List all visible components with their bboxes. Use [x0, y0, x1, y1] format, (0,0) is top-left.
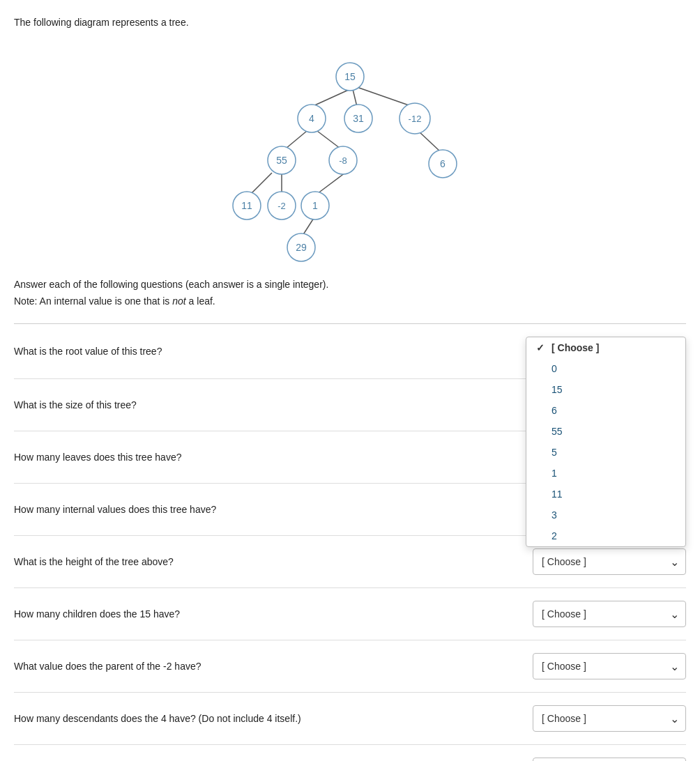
dropdown-option-q1-9[interactable]: 2 — [526, 525, 685, 546]
question-label-q3: How many leaves does this tree have? — [14, 452, 533, 463]
dropdown-wrapper-q6[interactable]: [ Choose ]015655511132⌄ — [533, 601, 686, 627]
svg-line-9 — [303, 218, 314, 236]
question-row-q9: How many ancestors does the -8 have? (Do… — [14, 745, 686, 761]
question-label-q6: How many children does the 15 have? — [14, 608, 533, 620]
dropdown-select-q8[interactable]: [ Choose ]015655511132 — [533, 705, 686, 732]
tree-svg: 15 4 31 -12 55 -8 6 11 -2 1 29 — [204, 42, 496, 265]
option-value-1: 0 — [551, 363, 557, 374]
question-row-q8: How many descendants does the 4 have? (D… — [14, 693, 686, 745]
dropdown-option-q1-6[interactable]: 1 — [526, 463, 685, 484]
dropdown-option-q1-1[interactable]: 0 — [526, 358, 685, 379]
dropdown-select-q9[interactable]: [ Choose ]015655511132 — [533, 758, 686, 761]
dropdown-wrapper-q8[interactable]: [ Choose ]015655511132⌄ — [533, 705, 686, 732]
svg-text:29: 29 — [296, 242, 307, 253]
dropdown-select-q5[interactable]: [ Choose ]015655511132 — [533, 548, 686, 575]
svg-line-3 — [286, 131, 307, 148]
question-row-q7: What value does the parent of the -2 hav… — [14, 640, 686, 693]
dropdown-option-q1-3[interactable]: 6 — [526, 400, 685, 421]
tree-diagram: 15 4 31 -12 55 -8 6 11 -2 1 29 — [204, 42, 496, 265]
dropdown-wrapper-q9[interactable]: [ Choose ]015655511132⌄ — [533, 758, 686, 761]
svg-text:11: 11 — [241, 200, 252, 211]
option-value-6: 1 — [551, 468, 557, 479]
dropdown-open-q1[interactable]: ✓[ Choose ]015655511132 — [526, 337, 686, 547]
dropdown-option-q1-4[interactable]: 55 — [526, 421, 685, 442]
dropdown-select-q7[interactable]: [ Choose ]015655511132 — [533, 653, 686, 679]
svg-text:15: 15 — [344, 71, 356, 82]
svg-text:4: 4 — [309, 113, 314, 124]
question-label-q2: What is the size of this tree? — [14, 399, 533, 410]
svg-text:31: 31 — [353, 113, 364, 124]
svg-text:-2: -2 — [277, 201, 286, 211]
dropdown-wrapper-q7[interactable]: [ Choose ]015655511132⌄ — [533, 653, 686, 679]
dropdown-option-q1-7[interactable]: 11 — [526, 484, 685, 505]
question-label-q4: How many internal values does this tree … — [14, 504, 533, 515]
checkmark-icon: ✓ — [536, 342, 546, 353]
option-value-4: 55 — [551, 426, 563, 437]
questions-container: What is the root value of this tree?✓[ C… — [14, 324, 686, 761]
question-label-q8: How many descendants does the 4 have? (D… — [14, 713, 533, 724]
option-value-5: 5 — [551, 447, 557, 458]
leaf-note-em: not — [172, 295, 185, 307]
svg-line-4 — [317, 131, 340, 148]
leaf-note-pre: Note: An internal value is one that is — [14, 295, 172, 307]
svg-line-1 — [353, 89, 357, 107]
leaf-note: Note: An internal value is one that is n… — [14, 295, 686, 307]
leaf-note-post: a leaf. — [186, 295, 215, 307]
svg-text:-8: -8 — [339, 155, 347, 166]
intro-title: The following diagram represents a tree. — [14, 17, 686, 28]
option-value-0: [ Choose ] — [551, 342, 599, 353]
question-label-q7: What value does the parent of the -2 hav… — [14, 661, 533, 672]
svg-line-2 — [357, 87, 413, 107]
question-row-q6: How many children does the 15 have?[ Cho… — [14, 588, 686, 640]
option-value-8: 3 — [551, 509, 557, 521]
answer-note: Answer each of the following questions (… — [14, 279, 686, 290]
svg-text:1: 1 — [312, 200, 318, 211]
question-label-q1: What is the root value of this tree? — [14, 346, 533, 357]
option-value-3: 6 — [551, 405, 557, 416]
svg-text:6: 6 — [440, 158, 446, 169]
svg-text:55: 55 — [276, 155, 287, 166]
dropdown-option-q1-0[interactable]: ✓[ Choose ] — [526, 337, 685, 358]
svg-text:-12: -12 — [409, 114, 422, 124]
dropdown-option-q1-2[interactable]: 15 — [526, 379, 685, 400]
dropdown-option-q1-8[interactable]: 3 — [526, 505, 685, 525]
svg-line-6 — [251, 173, 272, 194]
svg-line-0 — [312, 89, 350, 107]
dropdown-wrapper-q1[interactable]: ✓[ Choose ]015655511132[ Choose ]⌄ — [533, 337, 686, 366]
dropdown-select-q6[interactable]: [ Choose ]015655511132 — [533, 601, 686, 627]
dropdown-option-q1-5[interactable]: 5 — [526, 442, 685, 463]
option-value-9: 2 — [551, 530, 557, 541]
svg-line-5 — [418, 131, 441, 152]
option-value-7: 11 — [551, 489, 563, 500]
svg-line-8 — [317, 173, 345, 194]
question-row-q1: What is the root value of this tree?✓[ C… — [14, 324, 686, 379]
option-value-2: 15 — [551, 384, 563, 395]
dropdown-wrapper-q5[interactable]: [ Choose ]015655511132⌄ — [533, 548, 686, 575]
question-label-q5: What is the height of the tree above? — [14, 556, 533, 567]
